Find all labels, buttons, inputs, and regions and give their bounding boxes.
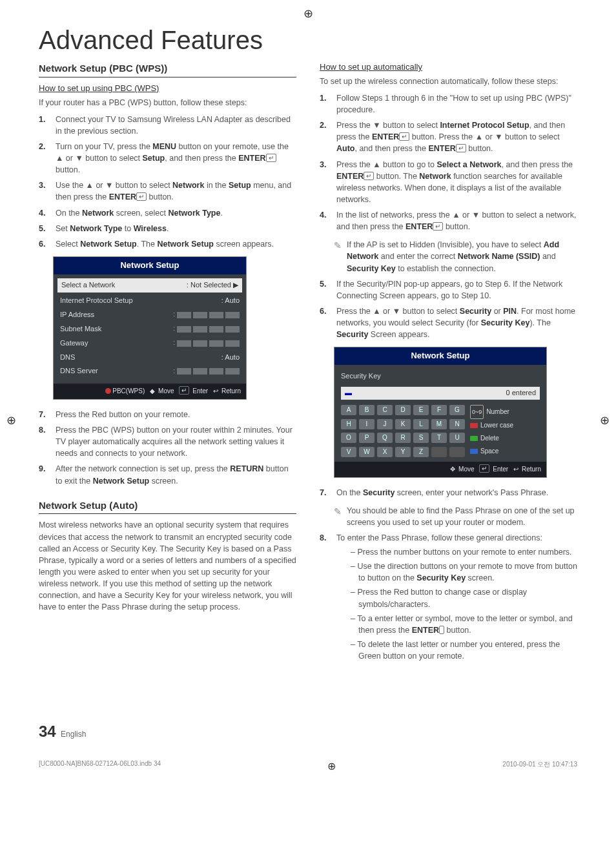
auto-steps-list-cont: 5.If the Security/PIN pop-up appears, go… bbox=[320, 278, 577, 341]
keyboard-key: V bbox=[341, 447, 356, 457]
panel-row-ip-address: IP Address: bbox=[60, 308, 240, 322]
panel-title: Network Setup bbox=[54, 257, 246, 274]
security-key-label: Security Key bbox=[341, 370, 540, 387]
step-number: 7. bbox=[320, 487, 331, 498]
step-body: To enter the Pass Phrase, follow these g… bbox=[336, 532, 577, 664]
note-hidden-ap: ✎ If the AP is set to Hidden (Invisible)… bbox=[334, 239, 577, 274]
direction-item: Press the Red button to change case or d… bbox=[351, 586, 577, 610]
step-number: 4. bbox=[320, 209, 331, 232]
registration-mark-top: ⊕ bbox=[303, 6, 313, 21]
section-heading-auto: Network Setup (Auto) bbox=[39, 498, 296, 515]
auto-steps-list-cont2: 7.On the Security screen, enter your net… bbox=[320, 487, 577, 498]
step-body: Press the ▲ or ▼ button to select Securi… bbox=[336, 305, 577, 340]
keyboard-key: X bbox=[377, 447, 393, 457]
subheading-auto: How to set up automatically bbox=[320, 61, 577, 74]
keyboard-key: D bbox=[395, 405, 411, 415]
step-body: On the Security screen, enter your netwo… bbox=[336, 487, 577, 498]
page-title: Advanced Features bbox=[39, 26, 577, 55]
direction-item: To delete the last letter or number you … bbox=[351, 639, 577, 662]
panel-row-dns: DNS: Auto bbox=[60, 351, 240, 365]
right-column: How to set up automatically To set up th… bbox=[320, 61, 577, 671]
step-number: 5. bbox=[39, 223, 50, 234]
directions-list: Press the number buttons on your remote … bbox=[336, 546, 577, 662]
keyboard-key: M bbox=[431, 419, 447, 429]
step-body: In the list of networks, press the ▲ or … bbox=[336, 209, 577, 232]
step-body: Set Network Type to Wireless. bbox=[56, 223, 296, 234]
green-button-icon bbox=[470, 436, 478, 441]
keyboard-key: R bbox=[395, 433, 411, 443]
auto-paragraph: Most wireless networks have an optional … bbox=[39, 519, 296, 613]
step-body: Turn on your TV, press the MENU button o… bbox=[56, 141, 296, 176]
registration-mark-bottom: ⊕ bbox=[327, 760, 336, 772]
registration-mark-left: ⊕ bbox=[6, 413, 16, 427]
subheading-pbc: How to set up using PBC (WPS) bbox=[39, 83, 296, 95]
number-icon: 0~9 bbox=[470, 405, 484, 419]
blue-button-icon bbox=[470, 449, 478, 454]
enter-icon: ↵ bbox=[439, 626, 444, 634]
intro-text: If your router has a PBC (WPS) button, f… bbox=[39, 97, 296, 108]
intro-text: To set up the wireless connection automa… bbox=[320, 76, 577, 87]
direction-item: Press the number buttons on your remote … bbox=[351, 546, 577, 558]
enter-icon: ↵ bbox=[479, 464, 489, 473]
panel-row-gateway: Gateway: bbox=[60, 336, 240, 351]
step-number: 1. bbox=[39, 114, 50, 137]
step-body: Use the ▲ or ▼ button to select Network … bbox=[56, 180, 296, 203]
keyboard-key: J bbox=[377, 419, 393, 429]
keyboard-key: L bbox=[413, 419, 429, 429]
note-icon: ✎ bbox=[334, 239, 342, 274]
section-heading-pbc: Network Setup (PBC (WPS)) bbox=[39, 61, 296, 77]
step-body: Press the ▲ button to go to Select a Net… bbox=[336, 159, 577, 206]
step-body: Follow Steps 1 through 6 in the "How to … bbox=[336, 92, 577, 116]
direction-item: Use the direction buttons on your remote… bbox=[351, 560, 577, 584]
keyboard-key: F bbox=[431, 405, 447, 415]
print-filename: [UC8000-NA]BN68-02712A-06L03.indb 34 bbox=[39, 760, 161, 772]
entered-count: 0 entered bbox=[506, 388, 536, 398]
step-number: 2. bbox=[39, 141, 50, 176]
pbc-steps-list: 1.Connect your TV to Samsung Wireless LA… bbox=[39, 114, 296, 250]
step-body: Connect your TV to Samsung Wireless LAN … bbox=[56, 114, 296, 137]
auto-steps-list-cont3: 8. To enter the Pass Phrase, follow thes… bbox=[320, 532, 577, 664]
print-timestamp: 2010-09-01 오전 10:47:13 bbox=[502, 760, 577, 772]
enter-icon: ↵ bbox=[266, 154, 276, 162]
keyboard-key: Q bbox=[377, 433, 393, 443]
panel-row-ip-setup: Internet Protocol Setup: Auto bbox=[60, 294, 240, 308]
keyboard-key: A bbox=[341, 405, 356, 415]
direction-item: To a enter letter or symbol, move to the… bbox=[351, 613, 577, 636]
two-column-layout: Network Setup (PBC (WPS)) How to set up … bbox=[39, 61, 577, 671]
keyboard-legend: 0~9Number Lower case Delete Space bbox=[470, 405, 513, 458]
security-key-panel: Network Setup Security Key ▬ 0 entered A… bbox=[334, 347, 547, 477]
enter-icon: ↵ bbox=[364, 172, 374, 180]
keyboard-key: Z bbox=[413, 447, 429, 457]
auto-steps-list: 1.Follow Steps 1 through 6 in the "How t… bbox=[320, 92, 577, 232]
panel-title: Network Setup bbox=[334, 347, 546, 365]
step-body: Press the PBC (WPS) button on your route… bbox=[56, 424, 296, 459]
step-number: 8. bbox=[320, 532, 331, 664]
keyboard-key: U bbox=[449, 433, 465, 443]
enter-icon: ↵ bbox=[433, 222, 443, 231]
panel-footer: ✥Move ↵Enter ↩Return bbox=[334, 462, 546, 477]
step-number: 3. bbox=[320, 159, 331, 206]
panel-footer: PBC(WPS) ◆Move ↵Enter ↩Return bbox=[54, 384, 246, 399]
step-body: Select Network Setup. The Network Setup … bbox=[56, 238, 296, 250]
keyboard-key: E bbox=[413, 405, 429, 415]
keyboard-key: K bbox=[395, 419, 411, 429]
step-number: 8. bbox=[39, 424, 50, 459]
step-number: 6. bbox=[320, 305, 331, 340]
enter-icon: ↵ bbox=[456, 144, 466, 152]
red-button-icon bbox=[470, 423, 478, 428]
keyboard-key: I bbox=[359, 419, 375, 429]
step-body: Press the Red button on your remote. bbox=[56, 409, 296, 420]
step-number: 6. bbox=[39, 238, 50, 250]
keyboard-key: S bbox=[413, 433, 429, 443]
entry-bar: ▬ 0 entered bbox=[341, 387, 540, 400]
page-footer: 34 English bbox=[39, 723, 577, 741]
pbc-steps-list-cont: 7.Press the Red button on your remote. 8… bbox=[39, 409, 296, 487]
panel-body: Security Key ▬ 0 entered ABCDEFGHIJKLMNO… bbox=[334, 365, 546, 462]
enter-icon: ↵ bbox=[399, 132, 409, 141]
note-icon: ✎ bbox=[334, 505, 342, 528]
red-button-icon bbox=[105, 388, 111, 394]
panel-row-subnet: Subnet Mask: bbox=[60, 322, 240, 336]
step-number: 7. bbox=[39, 409, 50, 420]
keyboard-key: T bbox=[431, 433, 447, 443]
step-number: 4. bbox=[39, 207, 50, 219]
